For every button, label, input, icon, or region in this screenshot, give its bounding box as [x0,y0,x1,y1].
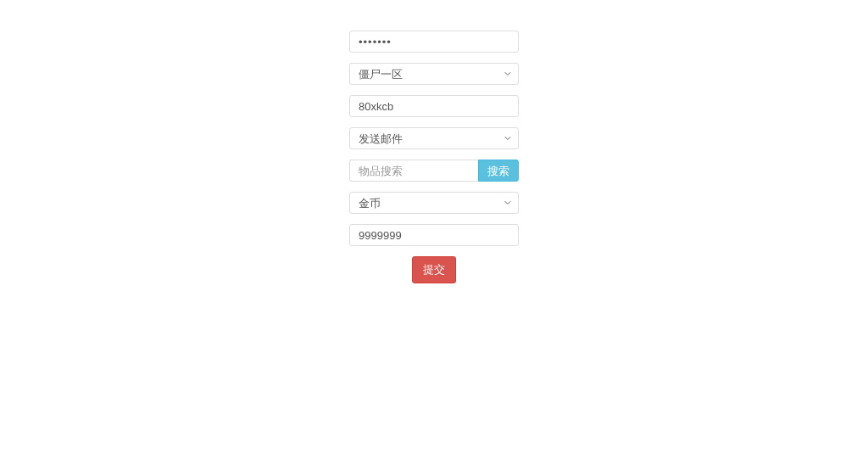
action-group: 发送邮件 [349,127,519,149]
account-input[interactable] [349,95,519,117]
zone-group: 僵尸一区 [349,63,519,85]
submit-row: 提交 [349,256,519,283]
amount-group [349,224,519,246]
search-input-group: 搜索 [349,160,519,182]
item-group: 金币 [349,192,519,214]
password-group [349,31,519,53]
search-button[interactable]: 搜索 [478,160,519,182]
item-search-input[interactable] [349,160,478,182]
password-input[interactable] [349,31,519,53]
action-select[interactable]: 发送邮件 [349,127,519,149]
amount-input[interactable] [349,224,519,246]
submit-button[interactable]: 提交 [412,256,456,283]
form-container: 僵尸一区 发送邮件 搜索 金币 提交 [349,0,519,283]
search-group: 搜索 [349,160,519,182]
zone-select[interactable]: 僵尸一区 [349,63,519,85]
item-select[interactable]: 金币 [349,192,519,214]
account-group [349,95,519,117]
